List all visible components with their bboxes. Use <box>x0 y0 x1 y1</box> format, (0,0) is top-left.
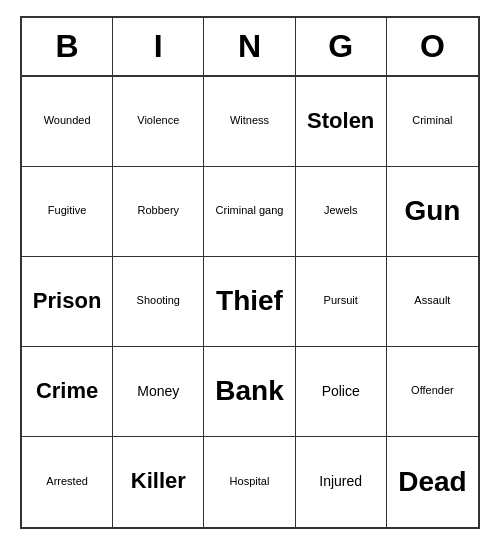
bingo-cell-text: Wounded <box>44 114 91 127</box>
bingo-cell: Robbery <box>113 167 204 257</box>
bingo-cell-text: Prison <box>33 288 101 314</box>
bingo-cell: Criminal <box>387 77 478 167</box>
bingo-cell: Money <box>113 347 204 437</box>
bingo-cell-text: Fugitive <box>48 204 87 217</box>
bingo-cell: Crime <box>22 347 113 437</box>
bingo-cell: Bank <box>204 347 295 437</box>
bingo-cell-text: Violence <box>137 114 179 127</box>
bingo-cell: Shooting <box>113 257 204 347</box>
bingo-cell: Injured <box>296 437 387 527</box>
bingo-cell-text: Pursuit <box>324 294 358 307</box>
bingo-cell-text: Shooting <box>137 294 180 307</box>
bingo-cell-text: Thief <box>216 284 283 318</box>
bingo-cell: Gun <box>387 167 478 257</box>
bingo-cell: Police <box>296 347 387 437</box>
bingo-cell: Stolen <box>296 77 387 167</box>
bingo-cell-text: Witness <box>230 114 269 127</box>
bingo-cell: Pursuit <box>296 257 387 347</box>
bingo-cell-text: Crime <box>36 378 98 404</box>
bingo-header-letter: N <box>204 18 295 75</box>
bingo-cell-text: Killer <box>131 468 186 494</box>
bingo-cell: Thief <box>204 257 295 347</box>
bingo-header-letter: G <box>296 18 387 75</box>
bingo-header: BINGO <box>22 18 478 77</box>
bingo-cell-text: Injured <box>319 473 362 490</box>
bingo-cell-text: Robbery <box>138 204 180 217</box>
bingo-cell-text: Police <box>322 383 360 400</box>
bingo-cell-text: Criminal gang <box>216 204 284 217</box>
bingo-cell-text: Hospital <box>230 475 270 488</box>
bingo-cell-text: Offender <box>411 384 454 397</box>
bingo-cell-text: Dead <box>398 465 466 499</box>
bingo-cell: Dead <box>387 437 478 527</box>
bingo-cell: Offender <box>387 347 478 437</box>
bingo-cell-text: Arrested <box>46 475 88 488</box>
bingo-cell: Hospital <box>204 437 295 527</box>
bingo-cell-text: Assault <box>414 294 450 307</box>
bingo-cell: Arrested <box>22 437 113 527</box>
bingo-card: BINGO WoundedViolenceWitnessStolenCrimin… <box>20 16 480 529</box>
bingo-cell-text: Criminal <box>412 114 452 127</box>
bingo-cell: Prison <box>22 257 113 347</box>
bingo-header-letter: O <box>387 18 478 75</box>
bingo-cell: Violence <box>113 77 204 167</box>
bingo-cell-text: Money <box>137 383 179 400</box>
bingo-cell: Killer <box>113 437 204 527</box>
bingo-cell: Wounded <box>22 77 113 167</box>
bingo-cell-text: Bank <box>215 374 283 408</box>
bingo-cell: Fugitive <box>22 167 113 257</box>
bingo-header-letter: I <box>113 18 204 75</box>
bingo-cell: Jewels <box>296 167 387 257</box>
bingo-cell: Assault <box>387 257 478 347</box>
bingo-header-letter: B <box>22 18 113 75</box>
bingo-cell-text: Jewels <box>324 204 358 217</box>
bingo-cell: Criminal gang <box>204 167 295 257</box>
bingo-cell-text: Gun <box>404 194 460 228</box>
bingo-cell-text: Stolen <box>307 108 374 134</box>
bingo-cell: Witness <box>204 77 295 167</box>
bingo-grid: WoundedViolenceWitnessStolenCriminalFugi… <box>22 77 478 527</box>
